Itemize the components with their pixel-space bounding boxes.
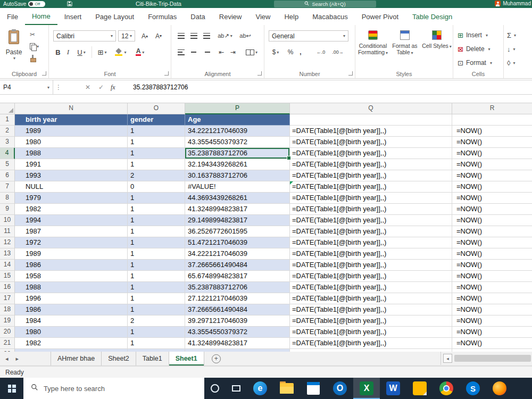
cell-R14[interactable]: =NOW() — [452, 260, 532, 271]
account-control[interactable]: Muhammad — [495, 1, 531, 6]
cell-Q16[interactable]: =DATE(Table1[@[birth year]],,) — [290, 282, 452, 293]
dialog-launcher-icon[interactable] — [257, 71, 262, 76]
cell-R16[interactable]: =NOW() — [452, 282, 532, 293]
taskbar-app-word[interactable]: W — [380, 378, 406, 399]
cell-O5[interactable]: 1 — [128, 159, 185, 170]
delete-cells-button[interactable]: ⊠ Delete ▾ — [458, 43, 491, 55]
cell-P15[interactable]: 65.6748994823817 — [185, 271, 290, 282]
cell-Q1[interactable] — [290, 114, 452, 126]
sheet-tab-sheet2[interactable]: Sheet2 — [102, 352, 136, 365]
cell-P8[interactable]: 44.3693439268261 — [185, 193, 290, 204]
bold-button[interactable]: B — [53, 46, 63, 58]
taskbar-app-file-explorer[interactable] — [273, 378, 300, 399]
row-header-5[interactable]: 5 — [0, 159, 15, 170]
ribbon-tab-home[interactable]: Home — [25, 8, 57, 25]
cell-O4[interactable]: 1 — [128, 148, 185, 159]
clear-button[interactable]: ◊ ▾ — [507, 57, 515, 69]
cell-P3[interactable]: 43.3554550379372 — [185, 137, 290, 148]
cancel-icon[interactable]: ✕ — [82, 80, 93, 94]
row-header-8[interactable]: 8 — [0, 193, 15, 204]
cell-P17[interactable]: 27.1221217046039 — [185, 293, 290, 304]
font-size-combo[interactable]: 12 ▾ — [118, 30, 135, 41]
cell-Q19[interactable]: =DATE(Table1[@[birth year]],,) — [290, 315, 452, 327]
cell-Q15[interactable]: =DATE(Table1[@[birth year]],,) — [290, 271, 452, 282]
task-view-button[interactable] — [226, 378, 247, 399]
cell-Q11[interactable]: =DATE(Table1[@[birth year]],,) — [290, 226, 452, 237]
search-box[interactable]: Search (Alt+Q) — [274, 1, 376, 7]
row-header-16[interactable]: 16 — [0, 282, 15, 293]
cell-N12[interactable]: 1972 — [15, 237, 128, 248]
cell-O10[interactable]: 1 — [128, 215, 185, 226]
formula-bar-splitter[interactable]: ⋮ — [55, 80, 62, 94]
cell-O19[interactable]: 2 — [128, 315, 185, 327]
cell-Q12[interactable]: =DATE(Table1[@[birth year]],,) — [290, 237, 452, 248]
cell-O17[interactable]: 1 — [128, 293, 185, 304]
taskbar-app-firefox[interactable] — [486, 378, 513, 399]
autosave-toggle[interactable]: Off — [28, 1, 45, 7]
cell-P13[interactable]: 34.2221217046039 — [185, 248, 290, 260]
cell-N13[interactable]: 1989 — [15, 248, 128, 260]
paste-button[interactable]: Paste ▾ — [2, 28, 26, 74]
column-header-p[interactable]: P — [185, 103, 290, 114]
cell-R15[interactable]: =NOW() — [452, 271, 532, 282]
name-box[interactable]: P4 ▾ — [0, 80, 53, 94]
fill-color-button[interactable]: ▾ — [113, 46, 129, 58]
row-header-20[interactable]: 20 — [0, 327, 15, 338]
cell-N8[interactable]: 1979 — [15, 193, 128, 204]
ribbon-tab-help[interactable]: Help — [277, 8, 305, 25]
cell-O6[interactable]: 2 — [128, 170, 185, 181]
cell-Q2[interactable]: =DATE(Table1[@[birth year]],,) — [290, 126, 452, 137]
decrease-font-size-button[interactable]: A▾ — [152, 30, 165, 41]
cell-N21[interactable]: 1982 — [15, 338, 128, 349]
cell-styles-button[interactable]: Cell Styles▾ — [421, 28, 452, 75]
cell-N20[interactable]: 1980 — [15, 327, 128, 338]
start-button[interactable] — [0, 378, 23, 399]
cell-Q7[interactable]: =DATE(Table1[@[birth year]],,) — [290, 181, 452, 193]
cell-R7[interactable]: =NOW() — [452, 181, 532, 193]
format-cells-button[interactable]: ⊡ Format ▾ — [458, 57, 492, 69]
scroll-left-icon[interactable]: ◂ — [443, 354, 452, 363]
align-center-button[interactable] — [188, 46, 199, 58]
cell-Q3[interactable]: =DATE(Table1[@[birth year]],,) — [290, 137, 452, 148]
row-header-15[interactable]: 15 — [0, 271, 15, 282]
cell-P18[interactable]: 37.2665661490484 — [185, 304, 290, 315]
cortana-button[interactable] — [204, 378, 226, 399]
row-header-12[interactable]: 12 — [0, 237, 15, 248]
cell-P21[interactable]: 41.3248994823817 — [185, 338, 290, 349]
cell-Q18[interactable]: =DATE(Table1[@[birth year]],,) — [290, 304, 452, 315]
cell-P20[interactable]: 43.3554550379372 — [185, 327, 290, 338]
cell-O3[interactable]: 1 — [128, 137, 185, 148]
cell-R21[interactable]: =NOW() — [452, 338, 532, 349]
increase-indent-button[interactable]: ⇥ — [228, 46, 238, 58]
cell-O14[interactable]: 1 — [128, 260, 185, 271]
cell-O7[interactable]: 0 — [128, 181, 185, 193]
cell-Q14[interactable]: =DATE(Table1[@[birth year]],,) — [290, 260, 452, 271]
merge-center-button[interactable]: ▾ — [244, 46, 260, 58]
cell-R3[interactable]: =NOW() — [452, 137, 532, 148]
cell-O20[interactable]: 1 — [128, 327, 185, 338]
row-header-6[interactable]: 6 — [0, 170, 15, 181]
cell-P16[interactable]: 35.2387883712706 — [185, 282, 290, 293]
cell-N17[interactable]: 1996 — [15, 293, 128, 304]
accounting-format-button[interactable]: $ ▾ — [269, 46, 282, 58]
cell-Q5[interactable]: =DATE(Table1[@[birth year]],,) — [290, 159, 452, 170]
cell-P7[interactable]: #VALUE! — [185, 181, 290, 193]
taskbar-app-skype[interactable]: S — [460, 378, 486, 399]
row-header-10[interactable]: 10 — [0, 215, 15, 226]
ribbon-tab-formulas[interactable]: Formulas — [141, 8, 184, 25]
cell-P4[interactable]: 35.2387883712706 — [185, 148, 290, 159]
cell-R1[interactable] — [452, 114, 532, 126]
row-header-9[interactable]: 9 — [0, 204, 15, 215]
row-header-3[interactable]: 3 — [0, 137, 15, 148]
cell-N6[interactable]: 1993 — [15, 170, 128, 181]
format-painter-button[interactable] — [30, 54, 46, 62]
taskbar-app-chrome[interactable] — [433, 378, 460, 399]
wrap-text-button[interactable]: ab↩ — [236, 30, 254, 41]
percent-style-button[interactable]: % — [286, 46, 295, 58]
cell-N11[interactable]: 1987 — [15, 226, 128, 237]
taskbar-search-box[interactable]: Type here to search — [23, 378, 204, 399]
column-header-n[interactable]: N — [15, 103, 128, 114]
dialog-launcher-icon[interactable] — [164, 71, 169, 76]
cell-N5[interactable]: 1991 — [15, 159, 128, 170]
cell-O9[interactable]: 1 — [128, 204, 185, 215]
